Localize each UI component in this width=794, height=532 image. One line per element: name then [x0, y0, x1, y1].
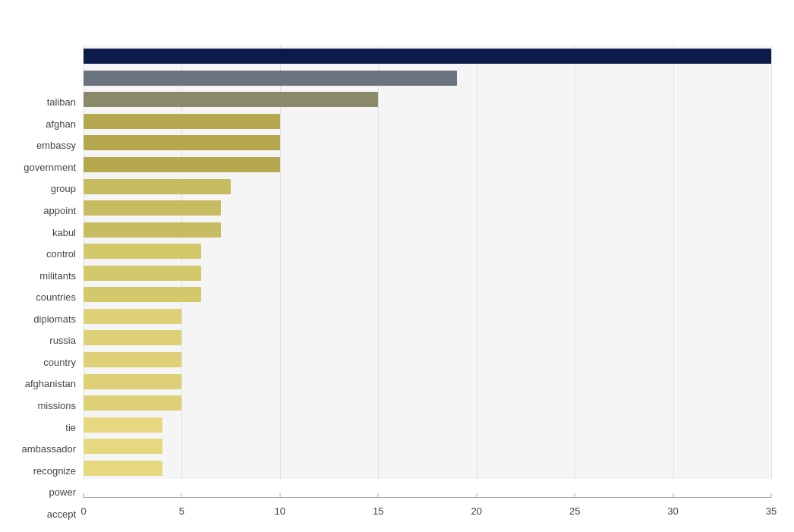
bar-afghanistan	[83, 330, 181, 345]
bars-area	[83, 46, 771, 479]
y-label-accept: accept	[47, 508, 76, 519]
y-label-power: power	[49, 486, 76, 498]
grid-line	[771, 46, 772, 479]
bar-row	[83, 287, 771, 302]
bar-row	[83, 439, 771, 454]
y-label-recognize: recognize	[33, 464, 76, 476]
x-tick-label: 0	[80, 505, 86, 517]
bar-row	[83, 374, 771, 389]
bar-row	[83, 417, 771, 433]
bar-recognize	[83, 417, 162, 433]
chart-container: talibanafghanembassygovernmentgroupappoi…	[0, 0, 794, 532]
x-tick-label: 15	[373, 505, 383, 517]
y-label-embassy: embassy	[36, 140, 76, 151]
bar-row	[83, 309, 771, 324]
bar-row	[83, 179, 771, 194]
y-label-afghan: afghan	[46, 118, 76, 129]
y-label-country: country	[43, 356, 76, 367]
x-tick-label: 20	[471, 505, 481, 517]
bar-militants	[83, 222, 221, 238]
y-label-control: control	[46, 248, 76, 260]
bar-afghan	[83, 71, 457, 86]
bar-row	[83, 49, 771, 64]
bar-embassy	[83, 92, 378, 107]
y-label-group: group	[51, 183, 76, 194]
bar-row	[83, 222, 771, 238]
bar-row	[83, 395, 771, 411]
y-label-government: government	[24, 161, 76, 172]
bar-missions	[83, 352, 181, 367]
x-axis-ticks: 05101520253035	[83, 494, 771, 517]
bar-row	[83, 461, 771, 476]
bar-kabul	[83, 179, 231, 194]
x-tick-label: 25	[569, 505, 580, 517]
bar-row	[83, 92, 771, 107]
x-tick-label: 30	[667, 505, 678, 517]
bar-russia	[83, 287, 201, 302]
chart-area	[83, 46, 771, 479]
y-label-appoint: appoint	[43, 205, 76, 216]
bar-row	[83, 135, 771, 150]
bar-row	[83, 114, 771, 129]
bar-country	[83, 309, 181, 324]
bar-control	[83, 200, 221, 216]
bar-row	[83, 266, 771, 281]
bar-appoint	[83, 157, 280, 172]
bar-tie	[83, 374, 181, 389]
y-label-afghanistan: afghanistan	[25, 378, 76, 389]
y-label-kabul: kabul	[52, 226, 76, 238]
y-label-ambassador: ambassador	[21, 443, 76, 455]
y-label-russia: russia	[49, 335, 76, 346]
bar-row	[83, 157, 771, 172]
bar-row	[83, 330, 771, 345]
x-tick-label: 35	[766, 505, 777, 517]
bar-row	[83, 71, 771, 86]
x-tick-label: 10	[275, 505, 285, 517]
bar-accept	[83, 461, 162, 476]
bar-row	[83, 352, 771, 367]
bar-government	[83, 114, 280, 129]
bar-group	[83, 135, 280, 150]
x-tick-label: 5	[179, 505, 184, 517]
bar-diplomats	[83, 266, 201, 281]
y-label-militants: militants	[39, 269, 76, 281]
bar-taliban	[83, 49, 771, 64]
bar-ambassador	[83, 395, 181, 411]
y-label-taliban: taliban	[47, 96, 76, 108]
bar-countries	[83, 244, 201, 259]
y-label-missions: missions	[37, 399, 76, 411]
y-axis-labels: talibanafghanembassygovernmentgroupappoi…	[0, 46, 82, 479]
y-label-tie: tie	[65, 421, 76, 433]
bar-power	[83, 439, 162, 454]
y-label-diplomats: diplomats	[33, 313, 76, 324]
bar-row	[83, 244, 771, 259]
y-label-countries: countries	[36, 291, 76, 303]
bar-row	[83, 200, 771, 216]
